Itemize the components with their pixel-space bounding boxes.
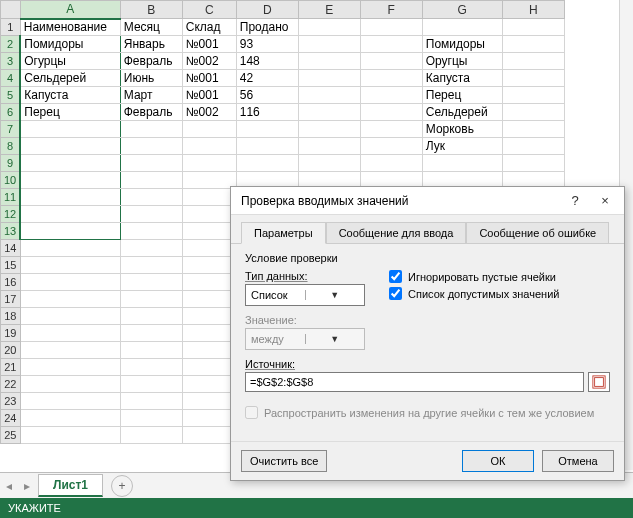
cell[interactable]: [20, 308, 120, 325]
cell[interactable]: [360, 138, 422, 155]
row-header[interactable]: 17: [1, 291, 21, 308]
tab-nav-next-icon[interactable]: ▸: [18, 479, 36, 493]
tab-input-message[interactable]: Сообщение для ввода: [326, 222, 467, 244]
cell[interactable]: [422, 19, 502, 36]
cell-list[interactable]: Помидоры: [422, 36, 502, 53]
cell[interactable]: [182, 189, 236, 206]
in-cell-dropdown-checkbox[interactable]: Список допустимых значений: [389, 287, 610, 300]
cell[interactable]: [298, 104, 360, 121]
cell[interactable]: [20, 325, 120, 342]
range-picker-button[interactable]: [588, 372, 610, 392]
cell[interactable]: [20, 342, 120, 359]
cell[interactable]: [502, 138, 564, 155]
cell[interactable]: [20, 359, 120, 376]
cell[interactable]: [182, 257, 236, 274]
cell[interactable]: №001: [182, 70, 236, 87]
cell[interactable]: Склад: [182, 19, 236, 36]
ignore-blank-input[interactable]: [389, 270, 402, 283]
cell-selected[interactable]: [20, 172, 120, 189]
cell-selected[interactable]: Огурцы: [20, 53, 120, 70]
cell[interactable]: [120, 155, 182, 172]
cell[interactable]: [182, 240, 236, 257]
cell-selected[interactable]: Сельдерей: [20, 70, 120, 87]
cell[interactable]: [360, 87, 422, 104]
cell[interactable]: [502, 104, 564, 121]
cell[interactable]: [502, 87, 564, 104]
cell[interactable]: [182, 121, 236, 138]
cell[interactable]: [120, 257, 182, 274]
cell[interactable]: [182, 172, 236, 189]
cell[interactable]: [360, 36, 422, 53]
row-header[interactable]: 13: [1, 223, 21, 240]
cell[interactable]: [120, 325, 182, 342]
cell[interactable]: [20, 257, 120, 274]
cell[interactable]: [20, 240, 120, 257]
row-header[interactable]: 5: [1, 87, 21, 104]
cell[interactable]: [120, 172, 182, 189]
cell[interactable]: Продано: [236, 19, 298, 36]
col-header-C[interactable]: C: [182, 1, 236, 19]
cell[interactable]: [360, 104, 422, 121]
cell[interactable]: [182, 342, 236, 359]
cell[interactable]: [502, 70, 564, 87]
col-header-A[interactable]: A: [20, 1, 120, 19]
type-combo[interactable]: Список ▼: [245, 284, 365, 306]
cell[interactable]: [360, 155, 422, 172]
cell[interactable]: [298, 87, 360, 104]
cell[interactable]: [298, 155, 360, 172]
cell[interactable]: [120, 291, 182, 308]
cell[interactable]: [236, 155, 298, 172]
cell[interactable]: [298, 138, 360, 155]
sheet-tab[interactable]: Лист1: [38, 474, 103, 497]
cell[interactable]: [298, 36, 360, 53]
cell[interactable]: Июнь: [120, 70, 182, 87]
ok-button[interactable]: ОК: [462, 450, 534, 472]
row-header[interactable]: 16: [1, 274, 21, 291]
cell[interactable]: [298, 70, 360, 87]
cell[interactable]: Февраль: [120, 53, 182, 70]
cell[interactable]: [20, 427, 120, 444]
cell[interactable]: [120, 393, 182, 410]
cell-list[interactable]: Сельдерей: [422, 104, 502, 121]
row-header[interactable]: 22: [1, 376, 21, 393]
cell[interactable]: 116: [236, 104, 298, 121]
row-header[interactable]: 19: [1, 325, 21, 342]
row-header[interactable]: 24: [1, 410, 21, 427]
cell-list[interactable]: Перец: [422, 87, 502, 104]
cell-list[interactable]: Капуста: [422, 70, 502, 87]
cell[interactable]: [20, 393, 120, 410]
cell[interactable]: [360, 121, 422, 138]
source-input[interactable]: [245, 372, 584, 392]
cell-list[interactable]: Оругцы: [422, 53, 502, 70]
cell-list[interactable]: Лук: [422, 138, 502, 155]
cell[interactable]: 93: [236, 36, 298, 53]
cell[interactable]: [20, 291, 120, 308]
row-header[interactable]: 21: [1, 359, 21, 376]
row-header[interactable]: 8: [1, 138, 21, 155]
cell[interactable]: [502, 36, 564, 53]
row-header[interactable]: 12: [1, 206, 21, 223]
row-header[interactable]: 4: [1, 70, 21, 87]
help-button[interactable]: ?: [560, 193, 590, 208]
cell-list[interactable]: Морковь: [422, 121, 502, 138]
cell-selected[interactable]: Капуста: [20, 87, 120, 104]
cell[interactable]: [120, 274, 182, 291]
cell-active[interactable]: Помидоры: [20, 36, 120, 53]
cell[interactable]: [120, 410, 182, 427]
cell[interactable]: [236, 138, 298, 155]
col-header-F[interactable]: F: [360, 1, 422, 19]
col-header-D[interactable]: D: [236, 1, 298, 19]
select-all-corner[interactable]: [1, 1, 21, 19]
cell[interactable]: [360, 70, 422, 87]
cell[interactable]: №001: [182, 87, 236, 104]
row-header[interactable]: 6: [1, 104, 21, 121]
cell[interactable]: [182, 410, 236, 427]
row-header[interactable]: 1: [1, 19, 21, 36]
cell[interactable]: [182, 155, 236, 172]
row-header[interactable]: 10: [1, 172, 21, 189]
cell-selected[interactable]: [20, 206, 120, 223]
cell[interactable]: [236, 121, 298, 138]
cell[interactable]: [182, 427, 236, 444]
cell[interactable]: №002: [182, 104, 236, 121]
cell[interactable]: [182, 393, 236, 410]
